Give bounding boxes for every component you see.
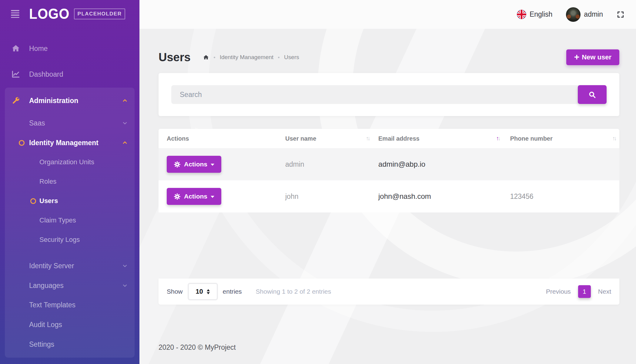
caret-down-icon [211,196,214,198]
logo-row: LOGO PLACEHOLDER [0,0,139,28]
sidebar-item-label: Identity Server [29,262,74,270]
table-empty-space [159,212,619,279]
search-icon [588,91,596,99]
sort-icon: ↑↓ [612,135,617,142]
new-user-button[interactable]: + New user [566,49,619,65]
user-menu[interactable]: admin [566,7,603,22]
sidebar-item-home[interactable]: Home [0,39,139,58]
breadcrumb-separator [278,57,280,58]
sidebar-item-organization-units[interactable]: Organization Units [5,152,135,172]
chevron-down-icon [122,121,127,125]
dashboard-icon [11,70,21,79]
users-table: Actions User name ↑↓ Email address ↑↓ Ph… [159,129,619,305]
page-1-button[interactable]: 1 [578,285,591,298]
uk-flag-icon [517,10,526,19]
cell-user-name: admin [285,160,378,169]
sort-asc-icon: ↑↓ [496,135,501,142]
sidebar-item-dashboard[interactable]: Dashboard [0,65,139,84]
app-window: LOGO PLACEHOLDER Home Dashboard Administ… [0,0,636,364]
cell-email: john@nash.com [378,192,510,201]
column-header-actions: Actions [159,135,285,142]
sidebar-item-text-templates[interactable]: Text Templates [5,295,135,315]
sidebar-item-audit-logs[interactable]: Audit Logs [5,315,135,334]
home-icon [11,44,21,53]
pager: Previous 1 Next [546,285,611,298]
column-header-email[interactable]: Email address ↑↓ [378,135,510,142]
page-size-select[interactable]: 10 [188,283,218,300]
content: Users Identity Management Users + New us… [139,29,636,364]
sidebar-item-label: Saas [29,119,45,127]
main-area: English admin Users [139,0,636,364]
search-card [159,73,619,116]
sidebar-item-identity-server[interactable]: Identity Server [5,256,135,276]
sidebar-item-label: Text Templates [29,301,75,309]
wrench-icon [11,96,21,105]
sidebar-item-claim-types[interactable]: Claim Types [5,211,135,230]
chevron-up-icon [122,141,127,145]
row-actions-button[interactable]: Actions [167,188,221,205]
breadcrumb-current: Users [284,54,299,61]
breadcrumb-home-icon[interactable] [203,54,209,61]
sidebar-item-label: Languages [29,282,64,290]
sidebar-item-label: Settings [29,340,54,349]
chevron-up-icon [122,99,127,103]
sidebar-item-saas[interactable]: Saas [5,113,135,133]
search-group [171,85,607,104]
menu-toggle-icon[interactable] [11,10,19,18]
logo-badge: PLACEHOLDER [74,8,126,19]
copyright: 2020 - 2020 © MyProject [159,343,619,352]
gear-icon [174,193,181,200]
chevron-down-icon [122,283,127,288]
breadcrumb-parent[interactable]: Identity Management [220,54,273,61]
gear-icon [174,161,181,168]
column-header-user-name[interactable]: User name ↑↓ [285,135,378,142]
avatar [566,7,581,22]
show-label: Show [167,288,183,295]
breadcrumb-separator [214,57,215,58]
sidebar-item-label: Audit Logs [29,321,62,329]
sidebar-item-label: Roles [39,178,56,185]
previous-page-button[interactable]: Previous [546,288,571,295]
topbar: English admin [139,0,636,29]
sidebar-item-label: Home [29,45,48,53]
sidebar-item-label: Users [39,197,58,205]
column-header-phone[interactable]: Phone number ↑↓ [510,135,619,142]
bullet-icon [19,140,25,146]
sidebar-item-label: Security Logs [39,236,80,244]
sidebar-item-identity-management[interactable]: Identity Management [5,133,135,152]
sidebar-item-label: Organization Units [39,158,94,166]
page-title: Users [159,51,191,64]
fullscreen-icon[interactable] [617,11,624,18]
sidebar-item-roles[interactable]: Roles [5,172,135,191]
row-actions-button[interactable]: Actions [167,156,221,173]
sidebar-item-administration[interactable]: Administration [5,91,135,110]
search-button[interactable] [578,85,607,104]
bullet-icon [30,198,36,204]
cell-user-name: john [285,192,378,201]
logo-text: LOGO [29,6,70,22]
new-user-label: New user [582,53,611,61]
sidebar-item-label: Claim Types [39,216,76,224]
username-label: admin [584,10,603,18]
stepper-arrows-icon [207,289,210,294]
table-footer: Show 10 entries Showing 1 to 2 of 2 entr… [159,279,619,305]
sidebar-item-security-logs[interactable]: Security Logs [5,230,135,249]
language-label: English [530,10,552,18]
sidebar-item-users[interactable]: Users [5,191,135,211]
chevron-down-icon [122,264,127,268]
sidebar-item-languages[interactable]: Languages [5,276,135,295]
next-page-button[interactable]: Next [598,288,611,295]
pagination-summary: Showing 1 to 2 of 2 entries [256,288,331,295]
sidebar-item-settings[interactable]: Settings [5,335,135,354]
sidebar: LOGO PLACEHOLDER Home Dashboard Administ… [0,0,139,364]
cell-email: admin@abp.io [378,160,510,169]
sort-icon: ↑↓ [366,135,370,142]
sidebar-item-label: Dashboard [29,70,63,78]
language-selector[interactable]: English [517,10,552,19]
sidebar-item-label: Identity Management [29,139,99,147]
breadcrumb: Identity Management Users [203,54,299,61]
search-input[interactable] [171,85,581,104]
table-row: Actions admin admin@abp.io [159,148,619,180]
caret-down-icon [211,164,214,166]
sidebar-item-label: Administration [29,97,78,105]
